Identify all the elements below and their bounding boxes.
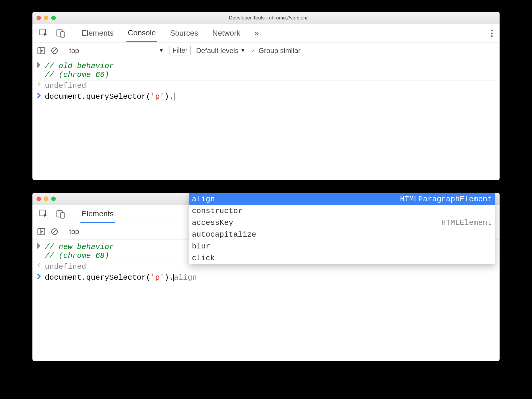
- result-icon: [37, 262, 45, 268]
- result-value: undefined: [45, 81, 86, 90]
- toggle-sidebar-icon[interactable]: [37, 47, 45, 55]
- expand-icon[interactable]: [37, 243, 45, 249]
- tab-network[interactable]: Network: [211, 24, 241, 42]
- close-icon[interactable]: [37, 197, 41, 201]
- panel-tabs: Elements Console Sources Network »: [72, 24, 484, 42]
- device-toolbar-icon[interactable]: [56, 29, 65, 38]
- devtools-window-old: Developer Tools - chrome://version/ Elem…: [32, 12, 500, 180]
- autocomplete-item[interactable]: click: [189, 252, 495, 264]
- zoom-icon[interactable]: [51, 197, 56, 201]
- tab-elements[interactable]: Elements: [80, 205, 115, 223]
- close-icon[interactable]: [37, 16, 41, 20]
- inspect-element-icon[interactable]: [39, 28, 49, 38]
- device-toolbar-icon[interactable]: [56, 210, 65, 219]
- left-icons: [32, 205, 72, 223]
- checkbox-checked-icon: ✓: [251, 48, 256, 53]
- clear-console-icon[interactable]: [51, 228, 58, 235]
- svg-point-5: [491, 35, 493, 37]
- result-value: undefined: [45, 262, 86, 271]
- console-entry: // old behavior // (chrome 66): [32, 61, 500, 80]
- ac-label: accessKey: [192, 218, 233, 227]
- chevron-down-icon: ▼: [240, 47, 246, 54]
- minimize-icon[interactable]: [44, 16, 48, 20]
- ac-label: autocapitalize: [192, 230, 256, 239]
- levels-label: Default levels: [196, 47, 238, 55]
- console-body: // old behavior // (chrome 66) undefined…: [32, 59, 500, 109]
- prompt-code: document.querySelector('p').: [45, 92, 174, 101]
- toggle-sidebar-icon[interactable]: [37, 227, 45, 236]
- svg-point-8: [40, 84, 41, 85]
- svg-rect-2: [61, 32, 64, 37]
- prompt-icon: [37, 273, 45, 280]
- autocomplete-item[interactable]: accessKey HTMLElement: [189, 217, 495, 229]
- console-toolbar: top ▼ Filter Default levels ▼ ✓ Group si…: [32, 42, 500, 59]
- autocomplete-item[interactable]: align HTMLParagraphElement: [189, 193, 495, 205]
- inspect-element-icon[interactable]: [39, 209, 49, 219]
- right-icons: [484, 24, 500, 42]
- titlebar: Developer Tools - chrome://version/: [32, 12, 500, 24]
- expand-icon[interactable]: [37, 62, 45, 68]
- console-prompt[interactable]: document.querySelector('p').align: [32, 273, 500, 282]
- log-levels-dropdown[interactable]: Default levels ▼: [196, 47, 246, 55]
- ac-label: click: [192, 254, 215, 263]
- kebab-menu-icon[interactable]: [491, 29, 493, 37]
- tab-console[interactable]: Console: [126, 24, 157, 42]
- context-selector[interactable]: top ▼: [64, 47, 164, 55]
- left-icons: [32, 24, 72, 42]
- devtools-window-new: DevTools - todomvc.com/examples/react/ E…: [32, 193, 500, 361]
- tab-elements[interactable]: Elements: [80, 24, 115, 42]
- prompt-icon: [37, 92, 45, 99]
- clear-console-icon[interactable]: [51, 47, 58, 55]
- filter-input[interactable]: Filter: [169, 46, 191, 55]
- autocomplete-item[interactable]: autocapitalize: [189, 229, 495, 240]
- prompt-code: document.querySelector('p').align: [45, 273, 197, 282]
- window-title: Developer Tools - chrome://version/: [56, 15, 481, 21]
- result-icon: [37, 81, 45, 87]
- svg-point-4: [491, 32, 493, 34]
- minimize-icon[interactable]: [44, 197, 48, 201]
- autocomplete-item[interactable]: blur: [189, 240, 495, 252]
- console-result: undefined: [32, 81, 500, 90]
- zoom-icon[interactable]: [51, 16, 56, 20]
- traffic-lights: [37, 16, 56, 20]
- context-label: top: [69, 47, 79, 55]
- console-code: // new behavior // (chrome 68): [45, 243, 114, 260]
- ac-type: HTMLParagraphElement: [400, 195, 492, 204]
- console-prompt[interactable]: document.querySelector('p').: [32, 92, 500, 101]
- console-body: // new behavior // (chrome 68) undefined…: [32, 240, 500, 290]
- context-selector[interactable]: top: [64, 227, 117, 236]
- autocomplete-item[interactable]: constructor: [189, 205, 495, 217]
- ac-label: align: [192, 195, 215, 204]
- tab-sources[interactable]: Sources: [169, 24, 199, 42]
- ac-label: constructor: [192, 207, 243, 215]
- ac-type: HTMLElement: [441, 218, 492, 227]
- main-toolbar: Elements Console Sources Network »: [32, 24, 500, 42]
- console-code: // old behavior // (chrome 66): [45, 62, 114, 79]
- ac-label: blur: [192, 242, 210, 251]
- svg-point-3: [491, 30, 493, 31]
- svg-rect-11: [61, 212, 64, 218]
- group-similar-label: Group similar: [258, 47, 301, 55]
- svg-point-14: [40, 265, 41, 266]
- more-tabs-icon[interactable]: »: [253, 29, 260, 38]
- traffic-lights: [37, 197, 56, 201]
- context-label: top: [69, 227, 79, 236]
- autocomplete-popup: align HTMLParagraphElement constructor a…: [189, 193, 495, 264]
- group-similar-toggle[interactable]: ✓ Group similar: [251, 47, 301, 55]
- chevron-down-icon: ▼: [159, 47, 164, 54]
